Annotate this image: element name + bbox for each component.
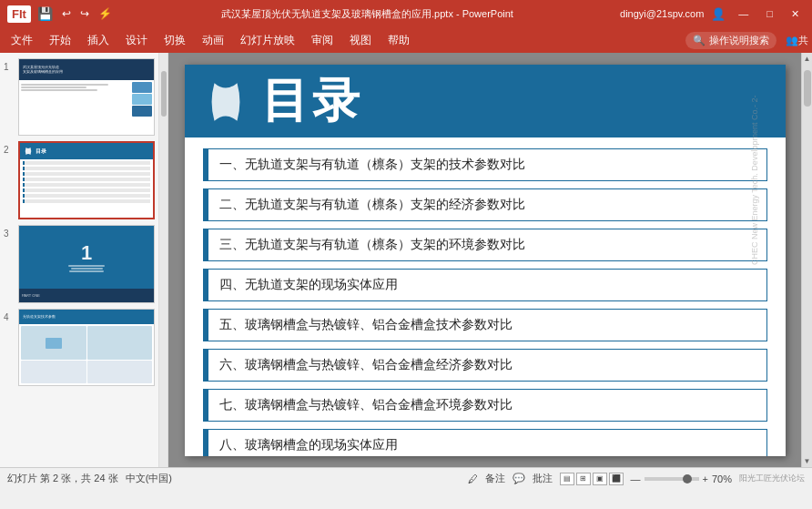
slide-img-4[interactable]: 无轨道支架技术参数 bbox=[18, 309, 155, 386]
slide-panel: 1 武汉某屋顶光伏无轨道支架及玻璃钢槽盒的应用 bbox=[0, 53, 159, 467]
present-view-btn[interactable]: ⬛ bbox=[609, 473, 624, 485]
window-title: 武汉某屋顶光伏无轨道支架及玻璃钢槽盒的应用.pptx - PowerPoint bbox=[221, 7, 513, 21]
toc-item-3: 三、无轨道支架与有轨道（檩条）支架的环境参数对比 bbox=[203, 229, 767, 261]
slide-thumb-3[interactable]: 3 1 bbox=[4, 225, 155, 302]
comments-icon[interactable]: 💬 bbox=[513, 473, 525, 484]
minimize-btn[interactable]: — bbox=[733, 6, 754, 21]
scroll-down-arrow[interactable]: ▼ bbox=[804, 457, 811, 465]
main-area: 1 武汉某屋顶光伏无轨道支架及玻璃钢槽盒的应用 bbox=[0, 53, 812, 467]
toc-text-6: 六、玻璃钢槽盒与热镀锌、铝合金槽盒经济参数对比 bbox=[208, 350, 766, 381]
slide-panel-container: 1 武汉某屋顶光伏无轨道支架及玻璃钢槽盒的应用 bbox=[0, 53, 168, 467]
toc-item-8: 八、玻璃钢槽盒的现场实体应用 bbox=[203, 429, 767, 456]
zoom-bar[interactable]: — + 70% bbox=[631, 473, 732, 484]
notes-icon[interactable]: 🖊 bbox=[468, 473, 478, 484]
slide-header: 目录 bbox=[185, 65, 786, 137]
slide-num-3: 3 bbox=[4, 229, 15, 239]
logo-icon bbox=[203, 79, 247, 123]
zoom-in-btn[interactable]: + bbox=[703, 473, 708, 484]
toc-item-6: 六、玻璃钢槽盒与热镀锌、铝合金槽盒经济参数对比 bbox=[203, 349, 767, 382]
status-left: 幻灯片 第 2 张，共 24 张 中文(中国) bbox=[7, 472, 172, 485]
main-scrollbar[interactable]: ▲ ▼ bbox=[801, 53, 812, 467]
slide-img-3[interactable]: 1 PART ONE bbox=[18, 225, 155, 302]
slide-thumb-2[interactable]: 2 目录 bbox=[4, 141, 155, 219]
view-buttons: ▤ ⊞ ▣ ⬛ bbox=[560, 473, 624, 485]
extra-icon[interactable]: ⚡ bbox=[96, 6, 115, 21]
slide-img-2[interactable]: 目录 bbox=[18, 141, 155, 219]
thumb-logo-icon bbox=[24, 147, 33, 156]
zoom-handle[interactable] bbox=[683, 474, 692, 484]
save-icon[interactable]: 💾 bbox=[35, 5, 56, 22]
toc-text-1: 一、无轨道支架与有轨道（檩条）支架的技术参数对比 bbox=[208, 149, 766, 180]
menu-switch[interactable]: 切换 bbox=[157, 30, 193, 51]
menu-file[interactable]: 文件 bbox=[4, 30, 40, 51]
toc-item-4: 四、无轨道支架的现场实体应用 bbox=[203, 269, 767, 301]
zoom-level: 70% bbox=[712, 473, 732, 484]
close-btn[interactable]: ✕ bbox=[786, 6, 805, 22]
slide-num-2: 2 bbox=[4, 145, 15, 155]
toc-text-7: 七、玻璃钢槽盒与热镀锌、铝合金槽盒环境参数对比 bbox=[208, 390, 766, 421]
comments-label[interactable]: 批注 bbox=[533, 472, 553, 485]
watermark-logo: 阳光工匠光伏论坛 bbox=[739, 473, 805, 484]
slide-logo bbox=[203, 79, 247, 123]
zoom-out-btn[interactable]: — bbox=[631, 473, 641, 484]
slide-num-1: 1 bbox=[4, 62, 15, 72]
slide-thumb-4[interactable]: 4 无轨道支架技术参数 bbox=[4, 309, 155, 386]
slide-title: 目录 bbox=[261, 69, 363, 133]
zoom-slider[interactable] bbox=[645, 477, 699, 481]
redo-icon[interactable]: ↪ bbox=[77, 6, 92, 21]
toc-item-2: 二、无轨道支架与有轨道（檩条）支架的经济参数对比 bbox=[203, 188, 767, 221]
title-bar-left: FIt 💾 ↩ ↪ ⚡ bbox=[7, 5, 115, 23]
company-logo-svg bbox=[203, 79, 249, 125]
slide: 目录 一、无轨道支架与有轨道（檩条）支架的技术参数对比二、无轨道支架与有轨道（檩… bbox=[185, 65, 786, 456]
search-icon: 🔍 bbox=[693, 35, 705, 46]
panel-scrollbar[interactable] bbox=[159, 53, 168, 467]
menu-start[interactable]: 开始 bbox=[42, 30, 78, 51]
menu-view[interactable]: 视图 bbox=[342, 30, 379, 51]
slide-info: 幻灯片 第 2 张，共 24 张 bbox=[7, 472, 118, 485]
toc-text-4: 四、无轨道支架的现场实体应用 bbox=[208, 270, 766, 300]
share-btn[interactable]: 👥共 bbox=[786, 34, 808, 47]
slide-thumb-1[interactable]: 1 武汉某屋顶光伏无轨道支架及玻璃钢槽盒的应用 bbox=[4, 58, 155, 136]
toc-text-2: 二、无轨道支架与有轨道（檩条）支架的经济参数对比 bbox=[208, 189, 766, 220]
watermark: CHEC New Energy Tech. Development Co.- 2… bbox=[750, 95, 759, 264]
grid-view-btn[interactable]: ⊞ bbox=[576, 473, 591, 485]
slide-num-4: 4 bbox=[4, 312, 15, 322]
undo-icon[interactable]: ↩ bbox=[59, 6, 74, 21]
slide-area[interactable]: 目录 一、无轨道支架与有轨道（檩条）支架的技术参数对比二、无轨道支架与有轨道（檩… bbox=[168, 53, 801, 467]
slide-img-1[interactable]: 武汉某屋顶光伏无轨道支架及玻璃钢槽盒的应用 bbox=[18, 58, 155, 136]
menu-design[interactable]: 设计 bbox=[118, 30, 155, 51]
status-right: 🖊 备注 💬 批注 ▤ ⊞ ▣ ⬛ — + 70% 阳光工匠光伏论坛 bbox=[468, 472, 805, 485]
toc-text-8: 八、玻璃钢槽盒的现场实体应用 bbox=[208, 430, 766, 456]
toc-text-3: 三、无轨道支架与有轨道（檩条）支架的环境参数对比 bbox=[208, 229, 766, 260]
lang-info: 中文(中国) bbox=[126, 472, 172, 485]
scroll-thumb[interactable] bbox=[804, 70, 811, 107]
slide-body: 一、无轨道支架与有轨道（檩条）支架的技术参数对比二、无轨道支架与有轨道（檩条）支… bbox=[185, 137, 786, 456]
search-placeholder: 操作说明搜索 bbox=[709, 34, 769, 47]
menu-bar: 文件 开始 插入 设计 切换 动画 幻灯片放映 审阅 视图 帮助 🔍 操作说明搜… bbox=[0, 27, 812, 53]
person-icon[interactable]: 👤 bbox=[711, 7, 726, 21]
search-box[interactable]: 🔍 操作说明搜索 bbox=[685, 32, 776, 49]
toc-item-7: 七、玻璃钢槽盒与热镀锌、铝合金槽盒环境参数对比 bbox=[203, 389, 767, 422]
app-logo: FIt bbox=[7, 5, 31, 23]
menu-review[interactable]: 审阅 bbox=[304, 30, 340, 51]
maximize-btn[interactable]: □ bbox=[761, 6, 778, 21]
user-label: dingyi@21spv.com bbox=[620, 8, 704, 19]
toc-text-5: 五、玻璃钢槽盒与热镀锌、铝合金槽盒技术参数对比 bbox=[208, 310, 766, 341]
title-bar: FIt 💾 ↩ ↪ ⚡ 武汉某屋顶光伏无轨道支架及玻璃钢槽盒的应用.pptx -… bbox=[0, 0, 812, 27]
reader-view-btn[interactable]: ▣ bbox=[593, 473, 607, 485]
menu-insert[interactable]: 插入 bbox=[80, 30, 117, 51]
notes-label[interactable]: 备注 bbox=[485, 472, 505, 485]
toc-item-5: 五、玻璃钢槽盒与热镀锌、铝合金槽盒技术参数对比 bbox=[203, 309, 767, 341]
title-bar-right: dingyi@21spv.com 👤 — □ ✕ bbox=[620, 6, 805, 22]
status-bar: 幻灯片 第 2 张，共 24 张 中文(中国) 🖊 备注 💬 批注 ▤ ⊞ ▣ … bbox=[0, 467, 812, 489]
menu-slideshow[interactable]: 幻灯片放映 bbox=[233, 30, 302, 51]
menu-animate[interactable]: 动画 bbox=[195, 30, 231, 51]
menu-help[interactable]: 帮助 bbox=[381, 30, 417, 51]
scroll-up-arrow[interactable]: ▲ bbox=[804, 55, 811, 63]
normal-view-btn[interactable]: ▤ bbox=[560, 473, 574, 485]
toc-item-1: 一、无轨道支架与有轨道（檩条）支架的技术参数对比 bbox=[203, 148, 767, 181]
